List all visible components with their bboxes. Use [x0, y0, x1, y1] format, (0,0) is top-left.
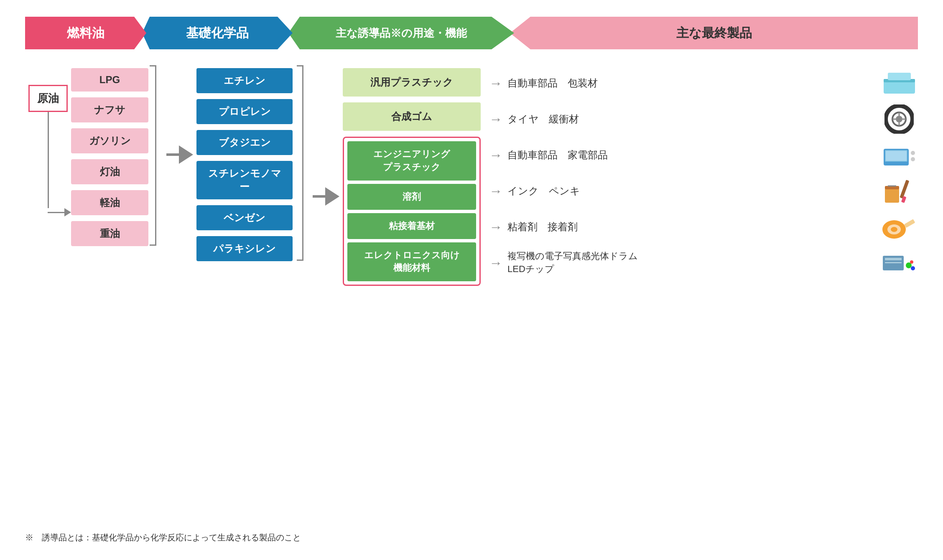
svg-rect-12 — [886, 151, 907, 161]
basic-item-styrene: スチレンモノマー — [196, 161, 293, 199]
header-basic: 基礎化学品 — [142, 17, 293, 49]
footnote: ※ 誘導品とは：基礎化学品から化学反応によって生成される製品のこと — [25, 532, 918, 543]
svg-point-14 — [911, 157, 915, 161]
tire-icon — [880, 106, 918, 133]
basic-item-ethylene: エチレン — [196, 68, 293, 93]
final-text-4: インク ペンキ — [507, 184, 880, 198]
deriv-adhesive: 粘接着基材 — [347, 213, 476, 239]
printer-icon — [880, 249, 918, 277]
svg-rect-2 — [888, 73, 911, 80]
basic-item-butadiene: ブタジエン — [196, 130, 293, 155]
fuel-to-basic-arrow — [166, 145, 193, 164]
crude-box: 原油 — [28, 85, 68, 112]
deriv-electronics: エレクトロニクス向け機能材料 — [347, 242, 476, 282]
deriv-eng-plastics: エンジニアリングプラスチック — [347, 141, 476, 181]
svg-point-28 — [911, 266, 915, 270]
final-text-6: 複写機の電子写真感光体ドラムLEDチップ — [507, 250, 880, 276]
tray-icon — [880, 70, 918, 97]
svg-point-13 — [911, 151, 915, 155]
final-row-4: → インク ペンキ — [489, 176, 918, 206]
tape-icon — [880, 214, 918, 241]
svg-rect-26 — [885, 262, 902, 263]
final-text-1: 自動車部品 包装材 — [507, 76, 880, 90]
fuel-item-gasoline: ガソリン — [71, 128, 148, 153]
final-row-6: → 複写機の電子写真感光体ドラムLEDチップ — [489, 248, 918, 278]
deriv-plastics: 汎用プラスチック — [343, 68, 481, 97]
final-row-2: → タイヤ 緩衝材 — [489, 104, 918, 134]
fuel-item-diesel: 軽油 — [71, 190, 148, 215]
basic-item-paraxylene: パラキシレン — [196, 236, 293, 261]
svg-point-22 — [891, 227, 897, 232]
deriv-rubber: 合成ゴム — [343, 102, 481, 131]
header-derivative: 主な誘導品※の用途・機能 — [288, 17, 514, 49]
final-text-3: 自動車部品 家電部品 — [507, 148, 880, 162]
deriv-highlight-group: エンジニアリングプラスチック 溶剤 粘接着基材 エレクトロニクス向け機能材料 — [343, 137, 481, 286]
basic-to-deriv-arrow — [313, 187, 339, 206]
header-fuel: 燃料油 — [25, 17, 146, 49]
svg-point-29 — [910, 260, 913, 264]
basic-item-propylene: プロピレン — [196, 99, 293, 124]
svg-rect-18 — [900, 180, 909, 199]
fuel-item-naphtha: ナフサ — [71, 97, 148, 122]
final-row-1: → 自動車部品 包装材 — [489, 68, 918, 98]
paint-icon — [880, 178, 918, 205]
deriv-solvent: 溶剤 — [347, 184, 476, 210]
final-row-5: → 粘着剤 接着剤 — [489, 212, 918, 242]
header-final: 主な最終製品 — [510, 17, 918, 49]
fuel-item-lpg: LPG — [71, 68, 148, 92]
basic-item-benzene: ベンゼン — [196, 205, 293, 230]
final-row-3: → 自動車部品 家電部品 — [489, 140, 918, 170]
svg-point-5 — [896, 116, 902, 122]
appliance-icon — [880, 142, 918, 169]
final-text-2: タイヤ 緩衝材 — [507, 112, 880, 126]
svg-rect-23 — [904, 219, 915, 228]
fuel-item-heavy: 重油 — [71, 221, 148, 246]
svg-rect-25 — [885, 258, 902, 260]
fuel-item-kerosene: 灯油 — [71, 159, 148, 184]
final-text-5: 粘着剤 接着剤 — [507, 220, 880, 234]
